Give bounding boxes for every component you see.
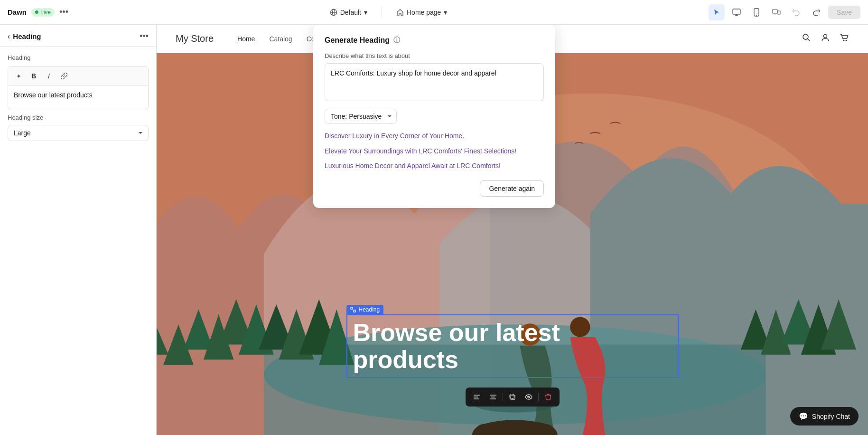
chat-icon: 💬 (799, 412, 808, 421)
sidebar-header: ‹ Heading ••• (0, 25, 156, 47)
svg-line-12 (808, 39, 810, 41)
tone-select[interactable]: Tone: Persuasive Tone: Informative Tone:… (325, 109, 397, 124)
topbar-left: Dawn Live ••• (8, 7, 68, 17)
save-button[interactable]: Save (828, 6, 860, 19)
chat-label: Shopify Chat (812, 413, 850, 420)
heading-size-section: Heading size Large Small Medium Extra la… (0, 114, 156, 149)
devices-icon (772, 9, 781, 16)
svg-rect-31 (511, 395, 515, 399)
sidebar-back-label: Heading (13, 32, 41, 40)
popup-title: Generate Heading ⓘ (325, 36, 544, 45)
mobile-icon (754, 8, 759, 17)
nav-catalog[interactable]: Catalog (269, 35, 292, 43)
visibility-button[interactable] (522, 390, 535, 404)
live-dot (35, 10, 38, 14)
page-selector[interactable]: Home page ▾ (392, 7, 452, 18)
heading-text-box[interactable]: Browse our latest products (346, 314, 679, 378)
resize-icon (350, 307, 356, 312)
svg-rect-9 (778, 11, 780, 14)
svg-point-14 (843, 40, 845, 41)
generate-popup: Generate Heading ⓘ Describe what this te… (313, 25, 555, 208)
svg-rect-3 (733, 9, 740, 14)
heading-section: Heading ✦ B I Browse our latest products (0, 47, 156, 114)
describe-textarea[interactable]: LRC Comforts: Luxury shop for home decor… (325, 63, 544, 101)
suggestion-2[interactable]: Elevate Your Surroundings with LRC Comfo… (325, 147, 544, 156)
shopify-chat-button[interactable]: 💬 Shopify Chat (790, 407, 859, 426)
mobile-view-button[interactable] (748, 4, 765, 20)
redo-icon (812, 9, 820, 16)
page-chevron: ▾ (444, 9, 447, 16)
link-button[interactable] (57, 69, 71, 83)
home-icon (396, 9, 404, 16)
heading-section-label: Heading (8, 54, 149, 61)
heading-size-select[interactable]: Large Small Medium Extra large (8, 125, 149, 141)
tone-selector: Tone: Persuasive Tone: Informative Tone:… (325, 109, 544, 124)
topbar-more-button[interactable]: ••• (59, 7, 68, 17)
store-nav-icons (802, 33, 849, 45)
topbar-right: Save (709, 4, 860, 20)
popup-footer: Generate again (325, 180, 544, 197)
svg-rect-23 (351, 307, 353, 309)
topbar: Dawn Live ••• Default ▾ Home page ▾ (0, 0, 868, 25)
bold-button[interactable]: B (27, 69, 40, 83)
more-devices-button[interactable] (768, 4, 784, 20)
svg-rect-24 (354, 310, 355, 312)
text-editor: ✦ B I Browse our latest products (8, 66, 149, 110)
undo-icon (793, 9, 800, 16)
svg-rect-8 (773, 9, 777, 13)
toolbar-divider-2 (538, 393, 539, 401)
env-chevron: ▾ (364, 9, 367, 16)
toolbar-divider (503, 393, 503, 401)
suggestion-1[interactable]: Discover Luxury in Every Corner of Your … (325, 132, 544, 141)
link-icon (61, 73, 67, 79)
sidebar-options-button[interactable]: ••• (140, 31, 149, 41)
redo-button[interactable] (808, 4, 824, 20)
canvas-area: My Store Home Catalog Contact (157, 25, 868, 435)
suggestions-list: Discover Luxury in Every Corner of Your … (325, 132, 544, 171)
live-label: Live (40, 9, 51, 16)
sidebar-back-button[interactable]: ‹ Heading (8, 32, 41, 41)
svg-point-7 (756, 15, 757, 16)
heading-overlay: Heading Browse our latest products (346, 305, 679, 378)
search-icon[interactable] (802, 33, 811, 45)
account-icon[interactable] (821, 33, 830, 45)
heading-bar-label: Heading (359, 306, 380, 313)
heading-size-label: Heading size (8, 114, 149, 121)
heading-toolbar (466, 388, 560, 407)
env-selector[interactable]: Default ▾ (325, 7, 372, 18)
sparkle-button[interactable]: ✦ (12, 69, 25, 83)
duplicate-button[interactable] (506, 390, 519, 404)
cart-icon[interactable] (840, 33, 849, 45)
info-icon: ⓘ (393, 36, 400, 45)
desktop-view-button[interactable] (728, 4, 745, 20)
generate-again-button[interactable]: Generate again (480, 180, 544, 197)
sidebar: ‹ Heading ••• Heading ✦ B I (0, 25, 157, 435)
topbar-sep-1 (382, 7, 382, 18)
brand-name: Dawn (8, 8, 27, 16)
page-label: Home page (407, 9, 441, 16)
topbar-center: Default ▾ Home page ▾ (74, 7, 703, 18)
suggestion-3[interactable]: Luxurious Home Decor and Apparel Await a… (325, 161, 544, 171)
svg-line-34 (526, 395, 532, 399)
pointer-tool-button[interactable] (709, 4, 725, 20)
editor-toolbar: ✦ B I (8, 66, 148, 86)
popup-describe-label: Describe what this text is about (325, 52, 544, 59)
nav-home[interactable]: Home (237, 35, 255, 43)
svg-point-15 (846, 40, 847, 41)
env-label: Default (340, 9, 361, 16)
hero-heading-text: Browse our latest products (353, 319, 672, 373)
svg-rect-32 (510, 394, 514, 398)
align-center-button[interactable] (486, 390, 500, 404)
undo-button[interactable] (788, 4, 804, 20)
live-badge: Live (31, 8, 55, 17)
svg-point-13 (824, 35, 827, 38)
back-arrow-icon: ‹ (8, 32, 10, 41)
pointer-icon (713, 9, 720, 16)
desktop-icon (732, 9, 741, 16)
globe-icon (330, 9, 337, 16)
heading-text-input[interactable]: Browse our latest products (8, 86, 148, 110)
heading-label-bar: Heading (346, 305, 384, 314)
delete-button[interactable] (541, 390, 555, 404)
align-left-button[interactable] (470, 390, 484, 404)
italic-button[interactable]: I (42, 69, 56, 83)
